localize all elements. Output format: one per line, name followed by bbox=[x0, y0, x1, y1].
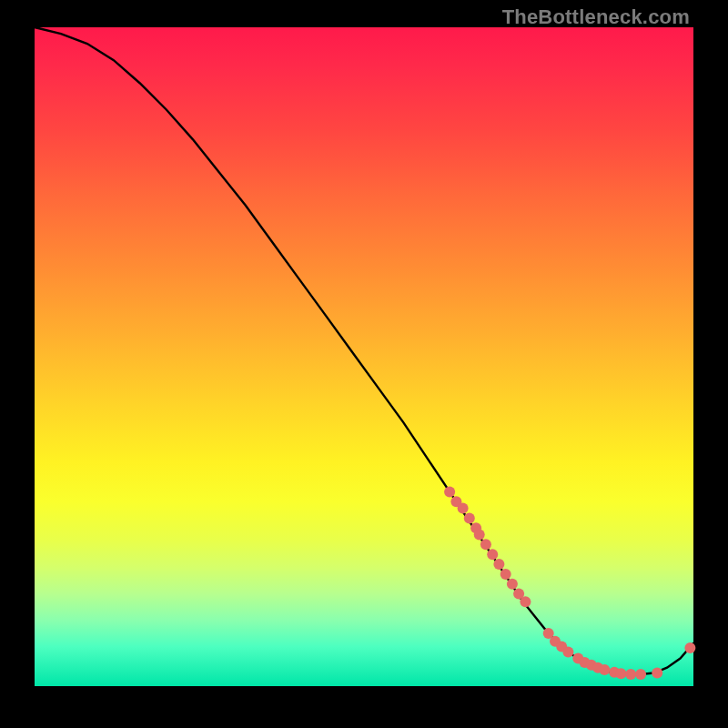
data-point-marker bbox=[500, 569, 511, 580]
data-point-marker bbox=[635, 669, 646, 680]
data-point-marker bbox=[652, 668, 662, 679]
data-point-marker bbox=[464, 512, 475, 523]
data-point-marker bbox=[599, 664, 610, 675]
watermark-text: TheBottleneck.com bbox=[502, 5, 690, 29]
data-point-marker bbox=[615, 668, 626, 679]
bottleneck-curve-path bbox=[35, 27, 693, 674]
data-point-marker bbox=[507, 579, 518, 590]
data-point-marker bbox=[458, 503, 469, 514]
data-point-marker bbox=[474, 530, 485, 541]
plot-area bbox=[35, 27, 693, 686]
data-point-marker bbox=[562, 646, 573, 657]
data-point-marker bbox=[480, 539, 491, 550]
data-point-marker bbox=[444, 486, 455, 497]
data-point-marker bbox=[684, 642, 695, 653]
marker-group bbox=[444, 486, 695, 680]
data-point-marker bbox=[520, 596, 531, 607]
chart-stage: TheBottleneck.com bbox=[0, 0, 728, 728]
data-point-marker bbox=[625, 669, 636, 680]
data-point-marker bbox=[493, 559, 504, 570]
data-point-marker bbox=[487, 549, 498, 560]
chart-svg bbox=[35, 27, 693, 686]
